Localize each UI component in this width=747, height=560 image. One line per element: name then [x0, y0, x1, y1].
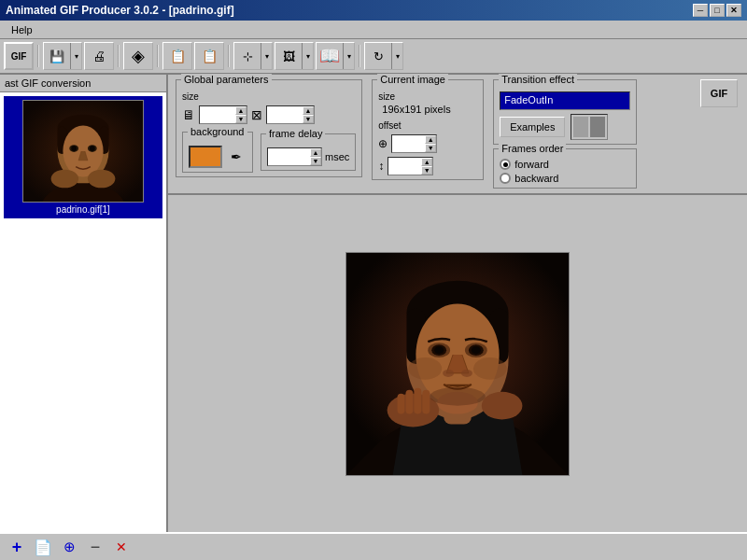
frame-thumbnail [22, 100, 144, 203]
print-btn[interactable]: 🖨 [84, 42, 114, 70]
width-up[interactable]: ▲ [235, 106, 247, 115]
forward-radio[interactable]: forward [500, 159, 630, 170]
current-image-group: Current image size 196x191 pixels offset… [372, 79, 484, 180]
menu-help[interactable]: Help [4, 22, 40, 37]
save-icon[interactable]: 💾 [44, 43, 70, 69]
remove-frame-btn[interactable]: − [84, 537, 106, 557]
frame-delay-label: frame delay [266, 128, 325, 139]
image-btn-group[interactable]: 🖼 ▾ [275, 42, 314, 70]
current-image-title: Current image [377, 74, 448, 85]
height-input[interactable]: 182 [267, 106, 303, 123]
width-input-group[interactable]: 180 ▲ ▼ [199, 105, 247, 124]
height-input-group[interactable]: 182 ▲ ▼ [266, 105, 315, 124]
gif-col: GIF [700, 79, 740, 111]
backward-radio-circle[interactable] [500, 173, 511, 184]
size-x-icon: ⊠ [251, 107, 262, 122]
crop-dropdown-arrow[interactable]: ▾ [261, 43, 272, 69]
offset-y-up[interactable]: ▲ [421, 158, 432, 166]
new-frame-btn[interactable]: 📄 [32, 537, 54, 557]
gif-export-btn[interactable]: GIF [700, 79, 738, 107]
global-params-group: Global parameters size 🖥 180 ▲ ▼ ⊠ 182 [176, 79, 362, 177]
width-down[interactable]: ▼ [235, 115, 247, 123]
frames-order-title: Frames order [499, 143, 566, 154]
frame-item[interactable]: padrino.gif[1] [4, 96, 162, 218]
new-gif-toolbar-btn[interactable]: GIF [4, 42, 34, 70]
background-color-box[interactable] [189, 146, 222, 168]
effects-btn[interactable]: ◈ [123, 42, 153, 70]
frame-list[interactable]: padrino.gif[1] [0, 92, 166, 532]
monitor-icon: 🖥 [182, 107, 195, 122]
refresh-btn-group[interactable]: ↻ ▾ [364, 42, 403, 70]
paste-btn[interactable]: 📋 [194, 42, 224, 70]
svg-point-36 [461, 369, 472, 376]
film-dropdown-arrow[interactable]: ▾ [343, 43, 354, 69]
refresh-icon[interactable]: ↻ [365, 43, 391, 69]
height-spinners[interactable]: ▲ ▼ [303, 106, 314, 123]
offset-x-group[interactable]: 0 ▲ ▼ [391, 134, 437, 153]
svg-rect-40 [398, 393, 405, 413]
image-dropdown-arrow[interactable]: ▾ [302, 43, 313, 69]
offset-x-input[interactable]: 0 [392, 135, 425, 152]
offset-y-spinners[interactable]: ▲ ▼ [421, 158, 432, 175]
offset-x-up[interactable]: ▲ [425, 135, 436, 144]
save-dropdown-arrow[interactable]: ▾ [70, 43, 81, 69]
bottom-toolbar: + 📄 ⊕ − ✕ [0, 532, 747, 560]
save-btn-group[interactable]: 💾 ▾ [43, 42, 82, 70]
frame-delay-input[interactable]: 500 [268, 148, 310, 165]
width-spinners[interactable]: ▲ ▼ [235, 106, 247, 123]
height-down[interactable]: ▼ [303, 115, 314, 123]
right-area: Global parameters size 🖥 180 ▲ ▼ ⊠ 182 [168, 75, 747, 532]
title-bar: Animated GIF Producer 3.0.2 - [padrino.g… [0, 0, 747, 21]
size-row: 🖥 180 ▲ ▼ ⊠ 182 ▲ ▼ [182, 105, 356, 124]
background-group: background ✒ [182, 132, 253, 173]
sep4 [228, 45, 230, 67]
film-btn-group[interactable]: 📖 ▾ [316, 42, 355, 70]
forward-label: forward [514, 159, 549, 170]
examples-btn[interactable]: Examples [500, 117, 565, 137]
film-icon[interactable]: 📖 [317, 43, 343, 69]
frame-delay-input-group[interactable]: 500 ▲ ▼ [267, 147, 322, 166]
frames-order-group: Frames order forward backward [493, 148, 637, 189]
image-icon[interactable]: 🖼 [275, 43, 302, 69]
offset-x-down[interactable]: ▼ [425, 144, 436, 152]
minimize-btn[interactable]: ─ [693, 4, 708, 17]
delay-down[interactable]: ▼ [310, 157, 321, 165]
svg-rect-17 [590, 117, 605, 137]
crop-icon[interactable]: ⊹ [234, 43, 261, 69]
delay-spinners[interactable]: ▲ ▼ [310, 148, 321, 165]
svg-rect-41 [405, 389, 413, 413]
transition-dropdown[interactable]: FadeOutIn [500, 91, 630, 110]
add-frame-btn[interactable]: + [6, 537, 28, 557]
svg-point-33 [434, 346, 444, 354]
offset-y-group[interactable]: 0 ▲ ▼ [388, 157, 433, 175]
copy-btn[interactable]: 📋 [162, 42, 192, 70]
offset-y-icon: ↕ [378, 160, 384, 173]
refresh-dropdown-arrow[interactable]: ▾ [391, 43, 402, 69]
transition-group: Transition effect FadeOutIn Examples [493, 79, 637, 145]
duplicate-frame-btn[interactable]: ⊕ [58, 537, 80, 557]
preview-image [345, 252, 570, 476]
forward-radio-circle[interactable] [500, 159, 511, 170]
transition-frames-col: Transition effect FadeOutIn Examples Fra… [493, 79, 637, 189]
height-up[interactable]: ▲ [303, 106, 314, 115]
eyedropper-icon[interactable]: ✒ [226, 147, 247, 167]
sep1 [37, 45, 39, 67]
menu-bar: Help [0, 21, 747, 39]
svg-point-44 [430, 386, 486, 405]
frame-label: padrino.gif[1] [56, 204, 110, 215]
offset-y-down[interactable]: ▼ [421, 166, 432, 175]
svg-rect-16 [573, 117, 588, 137]
delay-up[interactable]: ▲ [310, 148, 321, 157]
crop-btn-group[interactable]: ⊹ ▾ [233, 42, 273, 70]
backward-radio[interactable]: backward [500, 173, 630, 184]
background-controls: ✒ [189, 146, 247, 168]
sep5 [359, 45, 360, 67]
svg-point-28 [473, 357, 507, 380]
maximize-btn[interactable]: □ [710, 4, 725, 17]
close-btn[interactable]: ✕ [726, 4, 741, 17]
current-size-value: 196x191 pixels [382, 104, 477, 115]
width-input[interactable]: 180 [200, 106, 235, 123]
offset-x-spinners[interactable]: ▲ ▼ [425, 135, 436, 152]
delete-frame-btn[interactable]: ✕ [110, 537, 133, 557]
offset-y-input[interactable]: 0 [388, 158, 421, 175]
